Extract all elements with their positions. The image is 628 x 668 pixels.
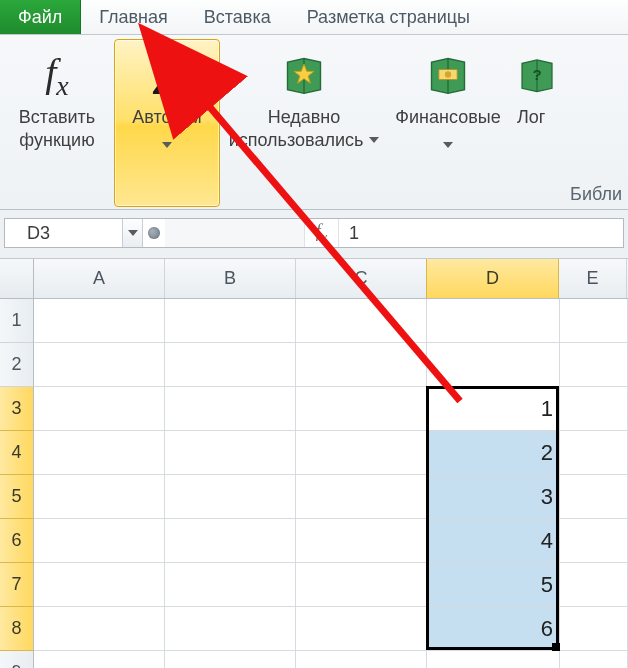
recently-used-label-1: Недавно	[268, 106, 341, 129]
cell-C7[interactable]	[296, 563, 427, 607]
cell-C4[interactable]	[296, 431, 427, 475]
cell-A7[interactable]	[34, 563, 165, 607]
formula-cancel-area	[143, 219, 165, 247]
cell-E8[interactable]	[560, 607, 628, 651]
logical-button[interactable]: ? Лог	[512, 39, 572, 207]
cell-D9[interactable]	[427, 651, 560, 668]
cell-B3[interactable]	[165, 387, 296, 431]
cell-B1[interactable]	[165, 299, 296, 343]
cell-D4[interactable]: 2	[427, 431, 560, 475]
column-headers: ABCDE	[34, 259, 628, 299]
column-header-C[interactable]: C	[296, 259, 427, 298]
logical-label: Лог	[517, 106, 545, 129]
cell-C2[interactable]	[296, 343, 427, 387]
tab-insert[interactable]: Вставка	[186, 0, 289, 34]
row-header-6[interactable]: 6	[0, 519, 34, 563]
autosum-dropdown-icon	[162, 142, 172, 148]
cell-D8[interactable]: 6	[427, 607, 560, 651]
ribbon-formulas: fx Вставить функцию Σ Автосум	[0, 35, 628, 210]
name-box-value: D3	[27, 223, 50, 244]
formula-input[interactable]: 1	[339, 219, 623, 247]
book-money-icon	[426, 53, 470, 97]
cell-E5[interactable]	[560, 475, 628, 519]
cell-A1[interactable]	[34, 299, 165, 343]
svg-text:?: ?	[532, 66, 541, 83]
cell-C1[interactable]	[296, 299, 427, 343]
cell-B2[interactable]	[165, 343, 296, 387]
row-header-3[interactable]: 3	[0, 387, 34, 431]
row-header-5[interactable]: 5	[0, 475, 34, 519]
recently-used-button[interactable]: Недавно использовались	[224, 39, 384, 207]
cell-E1[interactable]	[560, 299, 628, 343]
autosum-label: Автосум	[132, 106, 201, 129]
insert-function-fx[interactable]: fx	[305, 219, 339, 247]
cell-A3[interactable]	[34, 387, 165, 431]
cell-C6[interactable]	[296, 519, 427, 563]
cell-C3[interactable]	[296, 387, 427, 431]
cell-E2[interactable]	[560, 343, 628, 387]
circle-icon	[148, 227, 160, 239]
cell-E7[interactable]	[560, 563, 628, 607]
cell-B5[interactable]	[165, 475, 296, 519]
financial-dropdown-icon	[443, 142, 453, 148]
sigma-icon: Σ	[151, 47, 184, 103]
recently-used-label-2: использовались	[229, 129, 364, 152]
insert-function-label-1: Вставить	[19, 106, 95, 129]
cell-C9[interactable]	[296, 651, 427, 668]
column-header-D[interactable]: D	[426, 259, 559, 298]
cell-A9[interactable]	[34, 651, 165, 668]
row-headers: 123456789	[0, 299, 34, 668]
cell-C8[interactable]	[296, 607, 427, 651]
ribbon-group-function-library: fx Вставить функцию Σ Автосум	[0, 35, 576, 209]
ribbon-group-caption: Библи	[570, 184, 622, 205]
cell-B4[interactable]	[165, 431, 296, 475]
cells-area[interactable]: 123456	[34, 299, 628, 668]
row-header-4[interactable]: 4	[0, 431, 34, 475]
cell-A5[interactable]	[34, 475, 165, 519]
svg-point-2	[445, 71, 451, 77]
financial-button[interactable]: Финансовые	[388, 39, 508, 207]
cell-E9[interactable]	[560, 651, 628, 668]
tab-page-layout[interactable]: Разметка страницы	[289, 0, 488, 34]
cell-E3[interactable]	[560, 387, 628, 431]
cell-A2[interactable]	[34, 343, 165, 387]
name-box-dropdown[interactable]	[123, 219, 143, 247]
cell-A4[interactable]	[34, 431, 165, 475]
column-header-B[interactable]: B	[165, 259, 296, 298]
cell-A6[interactable]	[34, 519, 165, 563]
cell-E4[interactable]	[560, 431, 628, 475]
cell-B8[interactable]	[165, 607, 296, 651]
worksheet-grid[interactable]: ABCDE 123456789 123456	[0, 259, 628, 668]
tab-file[interactable]: Файл	[0, 0, 81, 34]
tab-home[interactable]: Главная	[81, 0, 186, 34]
row-header-8[interactable]: 8	[0, 607, 34, 651]
cell-D2[interactable]	[427, 343, 560, 387]
financial-label: Финансовые	[395, 106, 500, 129]
select-all-corner[interactable]	[0, 259, 34, 299]
cell-B7[interactable]	[165, 563, 296, 607]
chevron-down-icon	[128, 230, 138, 236]
column-header-E[interactable]: E	[559, 259, 627, 298]
row-header-7[interactable]: 7	[0, 563, 34, 607]
cell-B9[interactable]	[165, 651, 296, 668]
cell-D5[interactable]: 3	[427, 475, 560, 519]
cell-D1[interactable]	[427, 299, 560, 343]
formula-bar-spacer	[165, 219, 305, 247]
column-header-A[interactable]: A	[34, 259, 165, 298]
row-header-2[interactable]: 2	[0, 343, 34, 387]
insert-function-label-2: функцию	[19, 129, 94, 152]
cell-D7[interactable]: 5	[427, 563, 560, 607]
insert-function-button[interactable]: fx Вставить функцию	[4, 39, 110, 207]
row-header-1[interactable]: 1	[0, 299, 34, 343]
cell-C5[interactable]	[296, 475, 427, 519]
autosum-button[interactable]: Σ Автосум	[114, 39, 220, 207]
cell-A8[interactable]	[34, 607, 165, 651]
cell-D6[interactable]: 4	[427, 519, 560, 563]
name-box[interactable]: D3	[5, 219, 123, 247]
formula-bar-area: D3 fx 1	[0, 210, 628, 259]
row-header-9[interactable]: 9	[0, 651, 34, 668]
cell-B6[interactable]	[165, 519, 296, 563]
cell-D3[interactable]: 1	[427, 387, 560, 431]
book-star-icon	[282, 53, 326, 97]
cell-E6[interactable]	[560, 519, 628, 563]
